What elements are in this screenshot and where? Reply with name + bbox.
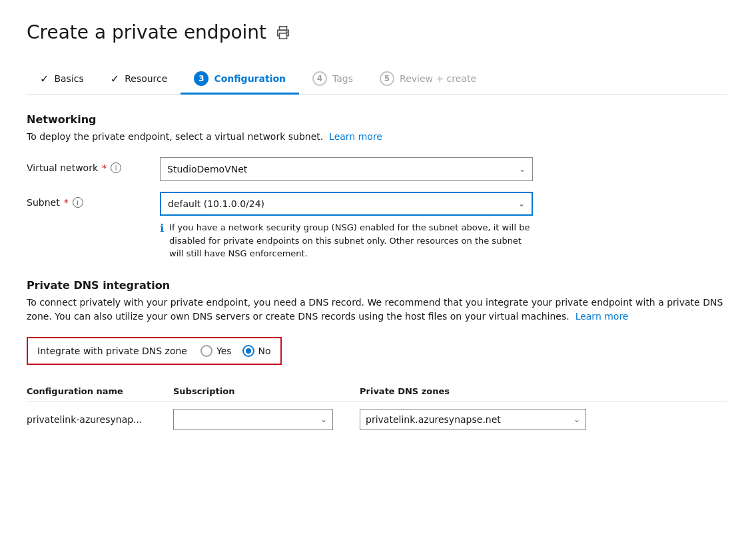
print-icon[interactable] — [276, 25, 290, 40]
tab-basics[interactable]: ✓ Basics — [27, 66, 97, 94]
integrate-dns-radio-group: Yes No — [200, 345, 271, 357]
integrate-yes-option[interactable]: Yes — [200, 345, 232, 357]
integrate-yes-label: Yes — [216, 346, 232, 356]
integrate-no-radio[interactable] — [242, 345, 254, 357]
tab-resource-label: Resource — [125, 73, 167, 84]
tab-basics-label: Basics — [54, 73, 83, 84]
virtual-network-info-icon[interactable]: i — [111, 162, 121, 173]
subnet-required: * — [64, 197, 69, 208]
nsg-info-circle-icon: ℹ — [160, 222, 164, 260]
private-dns-section: Private DNS integration To connect priva… — [27, 279, 727, 437]
subscription-dropdown[interactable]: ⌄ — [173, 409, 333, 430]
virtual-network-value: StudioDemoVNet — [167, 164, 247, 174]
tab-review-label: Review + create — [400, 73, 476, 84]
dns-table: Configuration name Subscription Private … — [27, 381, 727, 437]
zones-value: privatelink.azuresynapse.net — [366, 414, 501, 425]
tags-tab-circle: 4 — [312, 71, 327, 86]
basics-check-icon: ✓ — [40, 73, 49, 85]
private-dns-learn-more[interactable]: Learn more — [575, 311, 629, 322]
dns-col-subscription: Subscription — [173, 381, 360, 402]
subnet-value: default (10.1.0.0/24) — [168, 198, 264, 209]
svg-point-2 — [286, 31, 287, 32]
review-tab-circle: 5 — [380, 71, 394, 86]
table-row: privatelink-azuresynap... ⌄ privatelink.… — [27, 402, 727, 437]
tab-configuration[interactable]: 3 Configuration — [181, 65, 299, 95]
wizard-tabs: ✓ Basics ✓ Resource 3 Configuration 4 Ta… — [27, 65, 727, 95]
subnet-dropdown[interactable]: default (10.1.0.0/24) ⌄ — [160, 192, 533, 216]
nsg-info-box: ℹ If you have a network security group (… — [160, 221, 533, 260]
networking-title: Networking — [27, 113, 727, 126]
tab-configuration-label: Configuration — [214, 73, 286, 84]
virtual-network-control: StudioDemoVNet ⌄ — [160, 157, 727, 181]
virtual-network-label-container: Virtual network * i — [27, 157, 160, 173]
virtual-network-label: Virtual network — [27, 162, 98, 173]
dns-table-body: privatelink-azuresynap... ⌄ privatelink.… — [27, 402, 727, 437]
subnet-arrow: ⌄ — [518, 199, 525, 208]
subscription-arrow: ⌄ — [320, 415, 327, 424]
svg-rect-1 — [280, 33, 287, 38]
tab-review[interactable]: 5 Review + create — [366, 65, 490, 95]
nsg-info-text: If you have a network security group (NS… — [169, 221, 533, 260]
integrate-no-option[interactable]: No — [242, 345, 271, 357]
page-title-container: Create a private endpoint — [27, 21, 727, 43]
subnet-row: Subnet * i default (10.1.0.0/24) ⌄ ℹ If … — [27, 192, 727, 260]
tab-resource[interactable]: ✓ Resource — [97, 66, 181, 94]
dns-config-name-cell: privatelink-azuresynap... — [27, 402, 173, 437]
subnet-label-container: Subnet * i — [27, 192, 160, 208]
virtual-network-arrow: ⌄ — [519, 164, 526, 174]
integrate-dns-label: Integrate with private DNS zone — [37, 346, 187, 356]
tab-tags[interactable]: 4 Tags — [299, 65, 366, 95]
integrate-no-label: No — [258, 346, 271, 356]
networking-learn-more[interactable]: Learn more — [329, 131, 382, 142]
dns-subscription-cell: ⌄ — [173, 402, 360, 437]
configuration-tab-circle: 3 — [194, 71, 208, 86]
subnet-label: Subnet — [27, 197, 60, 208]
resource-check-icon: ✓ — [111, 73, 119, 85]
integrate-dns-row: Integrate with private DNS zone Yes No — [27, 337, 282, 365]
svg-rect-0 — [280, 26, 287, 30]
private-dns-description: To connect privately with your private e… — [27, 296, 727, 324]
zones-dropdown[interactable]: privatelink.azuresynapse.net ⌄ — [360, 409, 586, 430]
dns-col-config-name: Configuration name — [27, 381, 173, 402]
zones-arrow: ⌄ — [573, 415, 580, 424]
tab-tags-label: Tags — [332, 73, 353, 84]
integrate-no-dot — [246, 348, 251, 354]
dns-table-header: Configuration name Subscription Private … — [27, 381, 727, 402]
page-title: Create a private endpoint — [27, 21, 266, 43]
virtual-network-dropdown[interactable]: StudioDemoVNet ⌄ — [160, 157, 533, 181]
private-dns-title: Private DNS integration — [27, 279, 727, 292]
dns-col-zones: Private DNS zones — [360, 381, 727, 402]
subnet-info-icon[interactable]: i — [73, 197, 83, 208]
virtual-network-required: * — [102, 162, 107, 173]
subnet-control: default (10.1.0.0/24) ⌄ ℹ If you have a … — [160, 192, 727, 260]
virtual-network-row: Virtual network * i StudioDemoVNet ⌄ — [27, 157, 727, 181]
networking-section: Networking To deploy the private endpoin… — [27, 113, 727, 260]
integrate-yes-radio[interactable] — [200, 345, 212, 357]
dns-zones-cell: privatelink.azuresynapse.net ⌄ — [360, 402, 727, 437]
networking-description: To deploy the private endpoint, select a… — [27, 130, 727, 144]
